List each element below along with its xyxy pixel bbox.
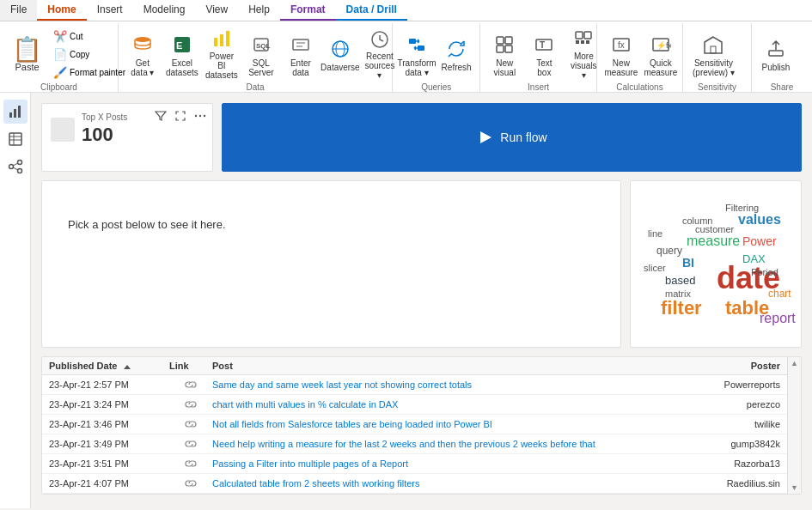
tab-file[interactable]: File <box>0 0 37 21</box>
tab-help[interactable]: Help <box>238 0 280 21</box>
transform-icon <box>405 33 429 57</box>
top-row: Top X Posts 100 Run flow <box>41 103 802 172</box>
dataverse-button[interactable]: Dataverse <box>321 29 359 81</box>
svg-rect-27 <box>586 40 589 44</box>
more-options-icon[interactable] <box>192 107 209 124</box>
scroll-down[interactable]: ▼ <box>791 483 798 492</box>
svg-rect-5 <box>226 31 229 46</box>
svg-text:Period: Period <box>751 267 778 277</box>
svg-rect-15 <box>409 39 416 44</box>
svg-text:Power: Power <box>742 234 777 248</box>
top-x-toolbar <box>152 107 209 124</box>
svg-line-45 <box>13 167 18 170</box>
table-icon <box>8 131 23 147</box>
svg-rect-26 <box>581 40 584 44</box>
new-visual-button[interactable]: Newvisual <box>485 29 523 81</box>
svg-text:SQL: SQL <box>256 42 271 50</box>
link-icon <box>185 458 197 470</box>
play-icon <box>476 129 493 146</box>
scroll-up[interactable]: ▲ <box>791 359 798 367</box>
svg-rect-16 <box>418 46 424 51</box>
tab-format[interactable]: Format <box>280 0 336 21</box>
sensitivity-button[interactable]: Sensitivity(preview) ▾ <box>688 29 739 81</box>
publish-button[interactable]: Publish <box>757 29 795 81</box>
svg-text:values: values <box>738 212 781 227</box>
transform-data-button[interactable]: Transformdata ▾ <box>398 29 436 81</box>
cut-button[interactable]: ✂️ Cut <box>51 29 128 44</box>
ribbon-content: 📋 Paste ✂️ Cut 📄 Copy 🖌️ Form <box>0 21 812 92</box>
quick-measure-button[interactable]: ⚡fx Quickmeasure <box>642 29 680 81</box>
svg-point-47 <box>199 115 201 117</box>
get-data-button[interactable]: Getdata ▾ <box>124 29 162 81</box>
tab-insert[interactable]: Insert <box>87 0 133 21</box>
publish-icon <box>764 37 788 61</box>
svg-rect-34 <box>9 112 12 118</box>
sql-icon: SQL <box>249 33 273 57</box>
focus-icon[interactable] <box>172 107 189 124</box>
excel-icon: E <box>170 33 194 57</box>
svg-rect-8 <box>293 39 308 50</box>
svg-point-43 <box>17 169 21 173</box>
svg-rect-32 <box>711 46 716 53</box>
word-cloud: column Filtering line values query slice… <box>639 190 803 336</box>
table-scrollbar[interactable]: ▲ ▼ <box>787 357 801 494</box>
svg-rect-23 <box>576 32 583 39</box>
share-group: Publish Share <box>752 23 812 94</box>
table-row[interactable]: 23-Apr-21 3:46 PM Not all fields from Sa… <box>42 415 787 434</box>
table-row[interactable]: 23-Apr-21 3:24 PM chart with multi value… <box>42 395 787 415</box>
svg-rect-33 <box>769 51 783 56</box>
sidebar <box>0 93 31 508</box>
header-link: Link <box>169 361 212 371</box>
svg-text:measure: measure <box>687 234 740 248</box>
top-x-value: 100 <box>82 124 127 146</box>
table-row[interactable]: 23-Apr-21 3:49 PM Need help writing a me… <box>42 434 787 454</box>
table-row[interactable]: 23-Apr-21 2:57 PM Same day and same week… <box>42 375 787 395</box>
svg-rect-17 <box>497 37 504 44</box>
excel-button[interactable]: E Exceldatasets <box>163 29 201 81</box>
new-visual-icon <box>492 33 516 57</box>
run-flow-button[interactable]: Run flow <box>459 122 564 153</box>
more-visuals-icon <box>571 29 595 50</box>
new-measure-button[interactable]: fx Newmeasure <box>602 29 640 81</box>
canvas: Top X Posts 100 Run flow Pick a post bel… <box>31 93 812 508</box>
tab-view[interactable]: View <box>195 0 238 21</box>
sidebar-item-data[interactable] <box>3 127 27 151</box>
sql-button[interactable]: SQL SQLServer <box>242 29 280 81</box>
link-icon <box>185 438 197 450</box>
svg-rect-19 <box>497 46 504 52</box>
table-header: Published Date Link Post Poster <box>42 357 787 375</box>
enter-data-icon <box>289 33 313 57</box>
table-row[interactable]: 23-Apr-21 3:51 PM Passing a Filter into … <box>42 454 787 474</box>
calculations-group: fx Newmeasure ⚡fx Quickmeasure Calculati… <box>597 23 683 94</box>
svg-rect-24 <box>584 32 591 39</box>
paste-button[interactable]: 📋 Paste <box>5 27 49 82</box>
table-row[interactable]: 23-Apr-21 4:07 PM Calculated table from … <box>42 474 787 494</box>
top-x-card: Top X Posts 100 <box>41 103 213 172</box>
enter-data-button[interactable]: Enterdata <box>282 29 320 81</box>
text-box-button[interactable]: T Textbox <box>525 29 563 81</box>
link-icon <box>185 379 197 391</box>
tab-data-drill[interactable]: Data / Drill <box>336 0 407 21</box>
svg-text:report: report <box>760 311 796 325</box>
powerbi-datasets-button[interactable]: Power BIdatasets <box>203 29 241 81</box>
svg-text:query: query <box>656 245 682 257</box>
svg-text:chart: chart <box>768 288 791 300</box>
filter-icon[interactable] <box>152 107 169 124</box>
sidebar-item-report[interactable] <box>3 100 27 124</box>
measure-icon: fx <box>609 33 633 57</box>
refresh-button[interactable]: Refresh <box>437 29 475 81</box>
tab-modeling[interactable]: Modeling <box>133 0 196 21</box>
sidebar-item-model[interactable] <box>3 155 27 179</box>
dataverse-icon <box>328 37 352 61</box>
powerbi-icon <box>210 29 234 50</box>
svg-text:filter: filter <box>661 297 702 319</box>
svg-point-42 <box>17 161 21 165</box>
link-icon <box>185 418 197 430</box>
format-painter-button[interactable]: 🖌️ Format painter <box>51 65 128 80</box>
svg-marker-49 <box>480 131 491 143</box>
copy-button[interactable]: 📄 Copy <box>51 47 128 62</box>
tab-home[interactable]: Home <box>37 0 86 21</box>
svg-rect-35 <box>14 109 16 118</box>
bar-chart-icon <box>8 104 23 119</box>
svg-rect-3 <box>214 38 217 46</box>
